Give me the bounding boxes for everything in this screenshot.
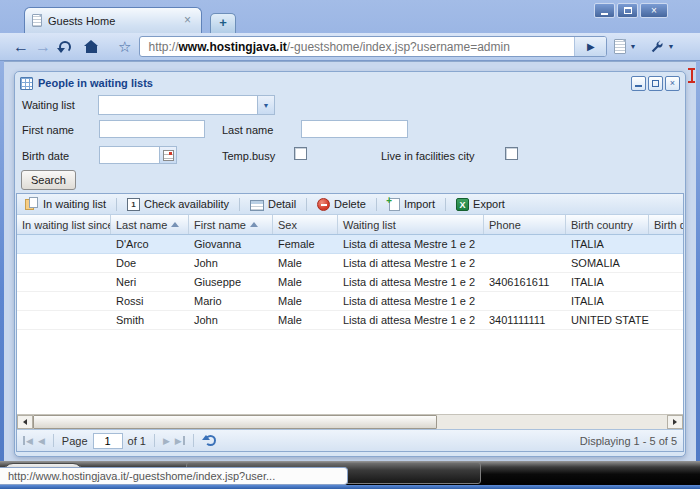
bookmark-star-icon[interactable]: ☆ (118, 38, 131, 56)
scroll-right-button[interactable] (667, 415, 683, 429)
page-icon (32, 14, 42, 27)
table-row[interactable]: NeriGiuseppeMaleLista di attesa Mestre 1… (17, 273, 683, 292)
table-icon (20, 77, 33, 90)
scroll-left-button[interactable] (17, 415, 33, 429)
browser-window: Guests Home × + × ← → ☆ http://www.hosti… (0, 0, 700, 489)
waiting-list-combo[interactable]: ▼ (98, 95, 275, 115)
delete-button[interactable]: Delete (313, 197, 370, 212)
go-button[interactable]: ▶ (574, 37, 606, 56)
url-path: /-guestshome/index.jsp?username=admin (287, 40, 510, 54)
wrench-icon (650, 40, 664, 54)
last-page-button[interactable]: ▶ (175, 436, 185, 446)
column-header-last-name[interactable]: Last name (111, 215, 189, 234)
table-row[interactable]: D'ArcoGiovannaFemaleLista di attesa Mest… (17, 235, 683, 254)
first-page-button[interactable]: ◀ (23, 436, 33, 446)
url-text[interactable]: http://www.hostingjava.it/-guestshome/in… (140, 40, 574, 54)
minimize-button[interactable] (594, 3, 615, 18)
search-button[interactable]: Search (21, 170, 76, 190)
column-header-birth-date[interactable]: Birth da (649, 215, 683, 234)
toolbar-separator (116, 198, 117, 211)
minimize-icon (601, 13, 608, 15)
text-cursor-artifact (688, 68, 695, 83)
grid-header: In waiting list since Last name First na… (17, 215, 683, 235)
first-name-label: First name (22, 124, 74, 136)
new-tab-button[interactable]: + (210, 13, 236, 33)
paging-separator (53, 434, 54, 447)
button-label: In waiting list (43, 198, 106, 210)
home-button[interactable] (86, 46, 97, 53)
actions-toolbar: In waiting list 1 Check availability Det… (17, 194, 683, 215)
import-button[interactable]: + Import (383, 197, 439, 212)
toolbar-separator (445, 198, 446, 211)
import-icon: + (389, 198, 400, 211)
status-url-bubble: http://www.hostingjava.it/-guestshome/in… (0, 467, 348, 485)
live-in-facilities-checkbox[interactable] (505, 147, 518, 160)
page-menu-button[interactable]: ▼ (607, 39, 643, 54)
scroll-right-icon (673, 419, 677, 425)
check-availability-button[interactable]: 1 Check availability (123, 197, 233, 212)
panel-maximize-button[interactable] (648, 76, 663, 91)
panel-close-button[interactable]: × (665, 76, 680, 91)
panel-minimize-button[interactable] (631, 76, 646, 91)
table-row[interactable]: RossiMarioMaleLista di attesa Mestre 1 e… (17, 292, 683, 311)
maximize-button[interactable] (617, 3, 638, 18)
paging-separator (154, 434, 155, 447)
tools-menu-button[interactable]: ▼ (643, 40, 681, 54)
close-button[interactable]: × (640, 3, 668, 18)
address-bar[interactable]: http://www.hostingjava.it/-guestshome/in… (139, 36, 607, 57)
calendar-icon (163, 150, 174, 161)
next-page-button[interactable]: ▶ (163, 436, 170, 446)
page-of-label: of 1 (128, 435, 146, 447)
windows-taskbar: Start http://www.hostingjava.it/-guestsh… (0, 461, 700, 485)
forward-button[interactable]: → (32, 38, 54, 56)
chevron-down-icon: ▼ (263, 102, 270, 109)
last-name-input[interactable] (301, 120, 408, 138)
combo-trigger-button[interactable]: ▼ (257, 96, 274, 114)
detail-button[interactable]: Detail (246, 197, 300, 212)
last-page-icon: ▶ (175, 436, 182, 446)
button-label: Detail (268, 198, 296, 210)
tab-close-icon[interactable]: × (181, 14, 194, 27)
temp-busy-checkbox[interactable] (294, 147, 307, 160)
maximize-icon (624, 7, 632, 14)
scrollbar-thumb[interactable] (33, 415, 437, 429)
previous-page-button[interactable]: ◀ (38, 436, 45, 446)
first-page-icon: ◀ (26, 436, 33, 446)
reload-button[interactable] (59, 41, 71, 53)
button-label: Check availability (144, 198, 229, 210)
column-header-first-name[interactable]: First name (189, 215, 273, 234)
panel-tools: × (631, 76, 680, 91)
url-scheme: http:// (148, 40, 178, 54)
column-header-phone[interactable]: Phone (484, 215, 566, 234)
url-domain: www.hostingjava.it (178, 40, 286, 54)
chevron-down-icon: ▼ (667, 43, 674, 50)
birth-date-label: Birth date (22, 150, 69, 162)
column-header-waiting-list[interactable]: Waiting list (338, 215, 484, 234)
date-picker-button[interactable] (159, 147, 176, 163)
button-label: Import (404, 198, 435, 210)
browser-tab[interactable]: Guests Home × (24, 7, 202, 33)
birth-date-input[interactable] (99, 146, 177, 164)
table-row[interactable]: DoeJohnMaleLista di attesa Mestre 1 e 2S… (17, 254, 683, 273)
export-button[interactable]: X Export (452, 197, 509, 212)
page-number-input[interactable] (93, 433, 123, 449)
calendar-one-icon: 1 (127, 198, 140, 211)
minimize-icon (635, 85, 642, 87)
horizontal-scrollbar[interactable] (17, 414, 683, 429)
column-header-in-waiting-list-since[interactable]: In waiting list since (17, 215, 111, 234)
panel-title: People in waiting lists (38, 77, 153, 89)
sort-asc-icon (250, 222, 258, 227)
refresh-button[interactable] (205, 435, 216, 446)
back-button[interactable]: ← (10, 38, 32, 56)
grid-panel: In waiting list 1 Check availability Det… (16, 193, 684, 452)
first-name-input[interactable] (99, 120, 205, 138)
column-header-birth-country[interactable]: Birth country (566, 215, 649, 234)
page-content: People in waiting lists × Waiting list ▼… (4, 61, 696, 461)
table-row[interactable]: SmithJohnMaleLista di attesa Mestre 1 e … (17, 311, 683, 330)
in-waiting-list-button[interactable]: In waiting list (21, 196, 110, 212)
column-header-sex[interactable]: Sex (273, 215, 338, 234)
excel-export-icon: X (456, 198, 469, 211)
displaying-status: Displaying 1 - 5 of 5 (580, 435, 677, 447)
temp-busy-label: Temp.busy (222, 150, 275, 162)
tab-title: Guests Home (48, 15, 175, 27)
